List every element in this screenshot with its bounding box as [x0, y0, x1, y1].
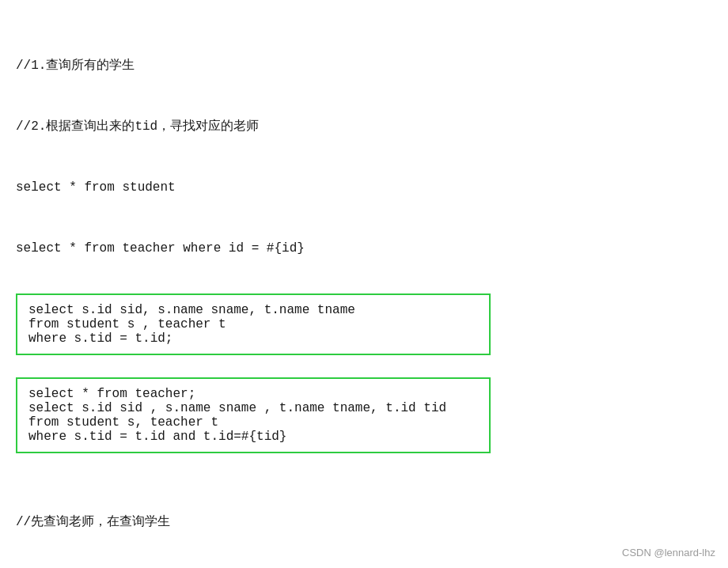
bottom-section: //先查询老师，在查询学生 select * from teacher wher…	[16, 472, 712, 568]
box-section-1: select s.id sid, s.name sname, t.name tn…	[16, 293, 491, 355]
box2-line-1: select * from teacher;	[28, 387, 478, 401]
watermark: CSDN @lennard-lhz	[622, 547, 715, 559]
comment-line-1: //1.查询所有的学生	[16, 56, 712, 77]
code-line-1: select * from student	[16, 178, 712, 199]
box2-line-4: where s.tid = t.id and t.id=#{tid}	[28, 430, 478, 444]
top-section: //1.查询所有的学生 //2.根据查询出来的tid，寻找对应的老师 selec…	[16, 16, 712, 279]
box-section-2: select * from teacher; select s.id sid ,…	[16, 377, 491, 453]
box2-line-2: select s.id sid , s.name sname , t.name …	[28, 401, 478, 415]
code-line-2: select * from teacher where id = #{id}	[16, 239, 712, 259]
box2-line-3: from student s, teacher t	[28, 415, 478, 430]
box1-line-2: from student s , teacher t	[28, 317, 478, 331]
box1-line-1: select s.id sid, s.name sname, t.name tn…	[28, 303, 478, 317]
box1-line-3: where s.tid = t.id;	[28, 331, 478, 346]
bottom-comment-1: //先查询老师，在查询学生	[16, 513, 712, 533]
comment-line-2: //2.根据查询出来的tid，寻找对应的老师	[16, 117, 712, 138]
